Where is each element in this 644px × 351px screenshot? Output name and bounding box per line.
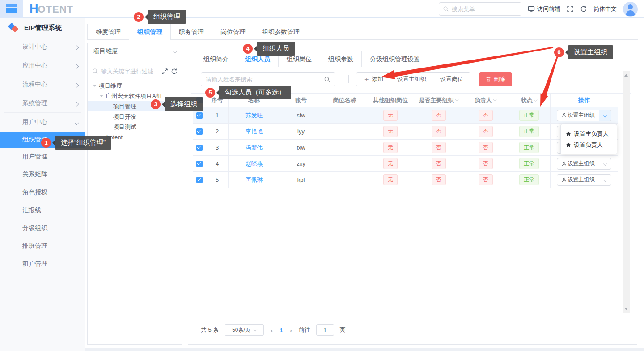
visit-frontend-button[interactable]: 访问前端 [528, 5, 560, 13]
set-main-org-button[interactable]: 设置主组织 [390, 72, 433, 86]
sort-caret-icon[interactable] [455, 98, 458, 102]
chevron-down-icon [75, 119, 78, 126]
menu-search-input[interactable] [452, 6, 510, 13]
set-main-org-row-button[interactable]: 设置主组织 [557, 158, 599, 169]
leader-badge: 否 [479, 110, 493, 121]
sort-caret-icon[interactable] [493, 98, 497, 102]
plus-icon: ＋ [363, 75, 370, 84]
main-content: 维度管理 组织管理 职务管理 岗位管理 组织参数管理 项目维度 项目维度 [85, 18, 644, 351]
row-action-dropdown-toggle[interactable] [599, 158, 611, 169]
sidebar-item-relation-matrix[interactable]: 关系矩阵 [0, 166, 85, 184]
member-name-link[interactable]: 冯新伟 [246, 144, 263, 152]
status-badge: 正常 [519, 110, 539, 121]
fullscreen-icon[interactable] [567, 5, 574, 13]
sidebar-item-hierarchical-org[interactable]: 分级组织 [0, 219, 85, 237]
status-badge: 正常 [519, 142, 539, 153]
tree-node-project-management[interactable]: 项目管理 [88, 101, 182, 111]
tree-node-project-dimension[interactable]: 项目维度 [88, 81, 182, 91]
row-action-dropdown-toggle[interactable] [599, 175, 611, 185]
tree-node-label: 项目管理 [113, 103, 136, 111]
org-tree-panel: 项目维度 项目维度 广州宏天软件项目A组 [87, 43, 182, 345]
user-avatar[interactable] [623, 2, 638, 17]
tree-node-team-a[interactable]: 广州宏天软件项目A组 [88, 91, 182, 101]
tab-duty-management[interactable]: 职务管理 [170, 24, 212, 40]
set-main-org-row-button[interactable]: 设置主组织 [557, 175, 599, 185]
set-main-org-label: 设置主组织 [397, 75, 426, 83]
caret-down-icon[interactable] [93, 85, 97, 87]
expand-icon[interactable] [161, 68, 168, 75]
scroll-up-icon[interactable] [624, 74, 628, 77]
set-main-org-row-button[interactable]: 设置主组织 [557, 110, 599, 121]
language-switch[interactable]: 简体中文 [593, 5, 617, 13]
sidebar-item-design-center[interactable]: 设计中心 [4, 38, 81, 56]
col-header-operation: 操作 [551, 94, 618, 107]
add-member-button[interactable]: ＋ 添加 [356, 72, 390, 86]
tab-org-intro[interactable]: 组织简介 [195, 51, 237, 67]
cell-no: 1 [206, 107, 229, 124]
refresh-icon[interactable] [171, 68, 178, 75]
member-name-link[interactable]: 匡佩琳 [246, 176, 263, 184]
row-checkbox[interactable] [196, 128, 203, 135]
prev-page-button[interactable]: ‹ [270, 326, 274, 334]
sidebar-item-app-center[interactable]: 应用中心 [4, 56, 81, 75]
sidebar-item-user-center[interactable]: 用户中心 [4, 113, 81, 132]
tab-org-param-management[interactable]: 组织参数管理 [254, 24, 308, 40]
page-size-select[interactable]: 50条/页 [225, 324, 264, 336]
next-page-button[interactable]: › [289, 326, 293, 334]
goto-page-input[interactable] [316, 324, 334, 336]
tab-org-members[interactable]: 组织人员 [237, 51, 279, 67]
tab-org-params[interactable]: 组织参数 [320, 51, 362, 67]
vertical-scrollbar[interactable] [623, 71, 630, 313]
member-name-link[interactable]: 苏发旺 [246, 111, 263, 120]
tab-dimension-management[interactable]: 维度管理 [87, 24, 129, 40]
refresh-icon[interactable] [580, 5, 587, 13]
dimension-select[interactable]: 项目维度 [88, 43, 182, 60]
member-search-input[interactable] [201, 72, 319, 86]
tree-node-project-development[interactable]: 项目开发 [88, 111, 182, 122]
sidebar-item-role-authorization[interactable]: 角色授权 [0, 184, 85, 201]
sidebar-item-report-line[interactable]: 汇报线 [0, 201, 85, 219]
member-name-link[interactable]: 李艳艳 [246, 128, 263, 136]
sidebar-item-system-admin[interactable]: 系统管理 [4, 94, 81, 113]
col-header-label: 负责人 [475, 96, 492, 104]
scroll-down-icon[interactable] [624, 308, 628, 310]
tree-node-project-testing[interactable]: 项目测试 [88, 122, 182, 132]
app-logo: H OTENT [30, 2, 73, 16]
search-icon [92, 68, 98, 74]
row-checkbox[interactable] [196, 112, 203, 119]
row-checkbox[interactable] [196, 145, 203, 151]
menu-item-set-main-leader[interactable]: 设置主负责人 [561, 128, 617, 139]
row-checkbox[interactable] [196, 177, 203, 183]
caret-down-icon[interactable] [100, 95, 103, 97]
sort-caret-icon[interactable] [534, 98, 538, 102]
row-action-dropdown-toggle[interactable] [599, 110, 611, 121]
sidebar-item-org-management-active[interactable]: 组织管理 [0, 132, 85, 148]
tree-node-label: 项目测试 [113, 123, 136, 131]
leader-badge: 否 [479, 158, 493, 169]
member-name-link[interactable]: 赵晓燕 [246, 160, 263, 168]
row-checkbox[interactable] [196, 161, 203, 167]
set-post-button[interactable]: 设置岗位 [433, 72, 470, 86]
search-submit-button[interactable] [319, 72, 335, 86]
tree-filter-input[interactable] [101, 68, 159, 75]
current-page-button[interactable]: 1 [280, 327, 283, 334]
sidebar-item-tenant-management[interactable]: 租户管理 [0, 255, 85, 273]
chevron-down-icon [173, 49, 178, 54]
tab-org-posts[interactable]: 组织岗位 [278, 51, 320, 67]
tab-org-management[interactable]: 组织管理 [129, 24, 171, 40]
menu-search-box[interactable] [439, 2, 521, 16]
member-search-box [201, 72, 335, 86]
select-all-checkbox[interactable] [196, 97, 203, 103]
tree-node-hotent[interactable]: hotent [88, 132, 182, 142]
tab-hierarchical-org-settings[interactable]: 分级组织管理设置 [361, 51, 428, 67]
menu-item-set-leader[interactable]: 设置负责人 [561, 139, 617, 150]
sidebar-item-shift-management[interactable]: 排班管理 [0, 237, 85, 255]
sidebar-item-process-center[interactable]: 流程中心 [4, 75, 81, 94]
sidebar-toggle-button[interactable] [0, 0, 23, 18]
tab-post-management[interactable]: 岗位管理 [212, 24, 254, 40]
person-icon [562, 161, 567, 166]
sidebar-item-user-management[interactable]: 用户管理 [0, 148, 85, 166]
menu-item-label: 设置主负责人 [574, 130, 609, 138]
delete-button[interactable]: 删除 [479, 72, 512, 86]
logo-mark: H [30, 2, 38, 16]
